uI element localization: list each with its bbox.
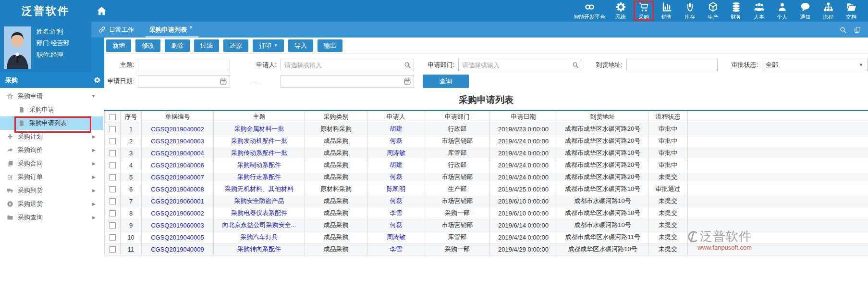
applicant-input[interactable] <box>281 59 414 71</box>
sidebar-item[interactable]: 采购退货 ▶ <box>0 197 103 211</box>
sidebar-item[interactable]: 采购合同 ▶ <box>0 157 103 170</box>
row-checkbox[interactable] <box>110 174 116 180</box>
apply-dept-input[interactable] <box>458 59 582 71</box>
topbar-module[interactable]: 智能开发平台 <box>570 0 609 22</box>
cell-subject-link[interactable]: 采购制动系配件 <box>214 159 305 171</box>
home-button[interactable] <box>91 0 111 22</box>
topbar-module[interactable]: 人事 <box>747 0 770 22</box>
row-checkbox[interactable] <box>110 138 116 144</box>
sidebar-collapse-strip[interactable] <box>91 38 104 72</box>
cell-code-link[interactable]: CGSQ2019060002 <box>142 207 214 219</box>
sidebar-item[interactable]: 采购订单 ▶ <box>0 170 103 184</box>
topbar-module[interactable]: 财务 <box>724 0 747 22</box>
select-all-checkbox[interactable] <box>110 114 116 120</box>
approval-status-select[interactable]: 全部 ▼ <box>762 59 868 71</box>
cell-code-link[interactable]: CGSQ2019040007 <box>142 171 214 183</box>
toolbar-button[interactable]: 删除 <box>165 39 190 52</box>
row-checkbox[interactable] <box>110 186 116 192</box>
topbar-module[interactable]: 系统 <box>609 0 632 22</box>
cell-applicant-link[interactable]: 周涛敏 <box>367 147 425 159</box>
delivery-address-input[interactable] <box>626 59 718 71</box>
row-checkbox[interactable] <box>110 246 116 253</box>
toolbar-button[interactable]: 打印 ▼ <box>253 39 284 52</box>
cell-code-link[interactable]: CGSQ2019060003 <box>142 219 214 231</box>
cell-category: 成品采购 <box>305 195 367 207</box>
sidebar-item[interactable]: 采购申请列表 <box>0 116 103 130</box>
toolbar-button[interactable]: 新增 <box>106 39 131 52</box>
topbar-module[interactable]: 个人 <box>770 0 794 22</box>
cell-category: 成品采购 <box>305 159 367 171</box>
sidebar-item[interactable]: 采购申请 ▼ <box>0 89 103 103</box>
cell-subject-link[interactable]: 采购汽车灯具 <box>214 231 305 243</box>
row-checkbox[interactable] <box>110 150 116 156</box>
topbar-module[interactable]: 库存 <box>678 0 701 22</box>
cell-applicant-link[interactable]: 何磊 <box>367 195 425 207</box>
cell-code-link[interactable]: CGSQ2019060001 <box>142 195 214 207</box>
cell-subject-link[interactable]: 采购发动机配件一批 <box>214 135 305 147</box>
user-photo <box>4 26 31 69</box>
row-checkbox[interactable] <box>110 234 116 241</box>
cell-code-link[interactable]: CGSQ2019040008 <box>142 183 214 195</box>
cell-code-link[interactable]: CGSQ2019040003 <box>142 135 214 147</box>
sidebar-item[interactable]: 采购查询 ▶ <box>0 211 103 224</box>
toolbar-button[interactable]: 输出 <box>318 39 342 52</box>
tab-close-icon[interactable]: × <box>189 24 193 31</box>
sidebar-item[interactable]: 采购申请 <box>0 103 103 116</box>
cell-code-link[interactable]: CGSQ2019040006 <box>142 159 214 171</box>
topbar-module[interactable]: 通知 <box>794 0 817 22</box>
cell-code-link[interactable]: CGSQ2019040002 <box>142 123 214 135</box>
row-checkbox[interactable] <box>110 198 116 204</box>
topbar-module[interactable]: 流程 <box>817 0 840 22</box>
cell-applicant-link[interactable]: 周涛敏 <box>367 231 425 243</box>
row-checkbox[interactable] <box>110 222 116 229</box>
cell-subject-link[interactable]: 采购转向系配件 <box>214 243 305 255</box>
sidebar-item[interactable]: 采购计划 ▶ <box>0 130 103 143</box>
tab-daily-work[interactable]: 日常工作 <box>98 25 134 34</box>
toolbar-button[interactable]: 还原 <box>223 39 248 52</box>
cell-applicant-link[interactable]: 胡建 <box>367 159 425 171</box>
gear-icon[interactable] <box>94 76 101 84</box>
cell-status: 未提交 <box>648 171 688 183</box>
cell-applicant-link[interactable]: 胡建 <box>367 123 425 135</box>
query-button[interactable]: 查询 <box>423 75 469 88</box>
toolbar-button[interactable]: 修改 <box>135 39 160 52</box>
topbar-module[interactable]: 文档 <box>840 0 863 22</box>
cell-applicant-link[interactable]: 陈凯明 <box>367 183 425 195</box>
cell-applicant-link[interactable]: 何磊 <box>367 135 425 147</box>
cell-applicant-link[interactable]: 何磊 <box>367 171 425 183</box>
cell-code-link[interactable]: CGSQ2019040005 <box>142 231 214 243</box>
cell-applicant-link[interactable]: 李雪 <box>367 243 425 255</box>
cell-applicant-link[interactable]: 李雪 <box>367 207 425 219</box>
topbar-module[interactable] <box>863 0 868 22</box>
table-row: 10 CGSQ2019040005 采购汽车灯具 成品采购 周涛敏 库管部 20… <box>104 231 868 243</box>
row-checkbox[interactable] <box>110 126 116 132</box>
cell-subject-link[interactable]: 采购金属材料一批 <box>214 123 305 135</box>
sidebar-section-header: 采购 <box>0 72 104 88</box>
toolbar-button[interactable]: 过滤 <box>194 39 219 52</box>
apply-date-from-input[interactable] <box>138 75 230 88</box>
module-label: 库存 <box>685 13 695 21</box>
sidebar-item[interactable]: 采购询价 ▶ <box>0 143 103 157</box>
topbar-module[interactable]: 采购 <box>632 0 655 22</box>
cell-code-link[interactable]: CGSQ2019040009 <box>142 243 214 255</box>
cell-applicant-link[interactable]: 何磊 <box>367 219 425 231</box>
cell-subject-link[interactable]: 采购无机材料、其他材料 <box>214 183 305 195</box>
toolbar-button[interactable]: 导入 <box>288 39 313 52</box>
subject-input[interactable] <box>138 59 230 71</box>
cell-subject-link[interactable]: 采购安全防盗产品 <box>214 195 305 207</box>
sidebar-item[interactable]: 采购到货 ▶ <box>0 184 103 197</box>
apply-date-to-input[interactable] <box>281 75 414 88</box>
tab-purchase-request-list[interactable]: 采购申请列表 × <box>144 22 200 38</box>
cell-subject-link[interactable]: 采购电器仪表系配件 <box>214 207 305 219</box>
cell-subject-link[interactable]: 采购传动系配件一批 <box>214 147 305 159</box>
search-icon[interactable] <box>839 26 847 34</box>
cell-subject-link[interactable]: 采购行走系配件 <box>214 171 305 183</box>
topbar-module[interactable]: 生产 <box>701 0 724 22</box>
topbar-module[interactable]: 销售 <box>655 0 678 22</box>
stacked-windows-icon[interactable] <box>854 26 861 34</box>
row-checkbox[interactable] <box>110 210 116 216</box>
cell-subject-link[interactable]: 向北京永益公司采购安全... <box>214 219 305 231</box>
row-checkbox[interactable] <box>110 162 116 168</box>
cell-code-link[interactable]: CGSQ2019040004 <box>142 147 214 159</box>
table-row: 7 CGSQ2019060001 采购安全防盗产品 成品采购 何磊 市场营销部 … <box>104 195 868 207</box>
